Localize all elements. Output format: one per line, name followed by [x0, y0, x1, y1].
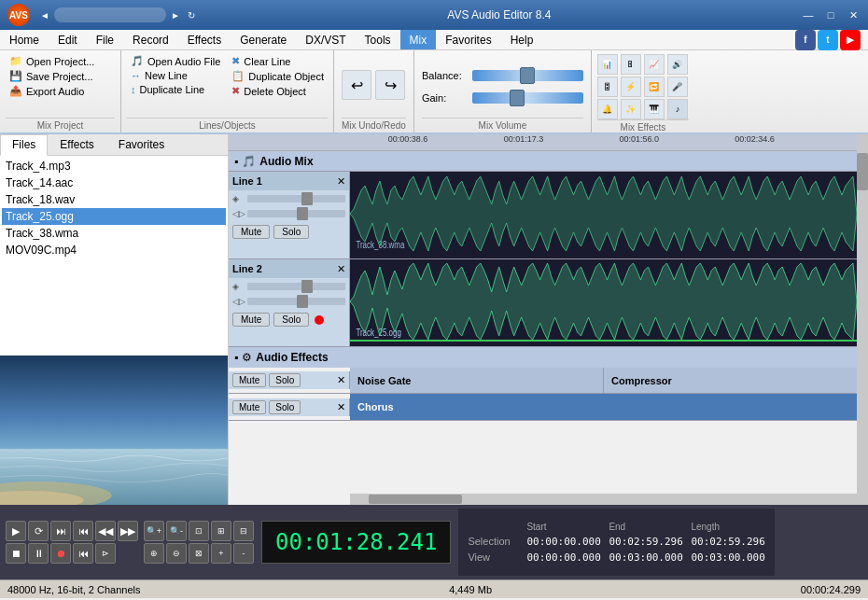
undo-btn[interactable]: ↩	[342, 70, 371, 100]
zoom-in-2-btn[interactable]: ⊕	[144, 543, 164, 564]
menu-tools[interactable]: Tools	[356, 30, 400, 49]
pause-btn[interactable]: ⏸	[28, 543, 49, 564]
stop-btn[interactable]: ⏹	[6, 543, 26, 564]
menu-help[interactable]: Help	[501, 30, 543, 49]
zoom-fit-2-btn[interactable]: ⊠	[189, 543, 209, 564]
zoom-out-v2-btn[interactable]: -	[233, 543, 254, 564]
effect-icon-5[interactable]: 🎛	[597, 77, 618, 97]
noise-gate-cell[interactable]: Noise Gate	[350, 368, 604, 393]
menu-record[interactable]: Record	[123, 30, 178, 49]
effect-icon-3[interactable]: 📈	[644, 54, 665, 75]
zoom-out-h-btn[interactable]: 🔍-	[166, 521, 187, 541]
delete-object-btn[interactable]: ✖ Delete Object	[228, 84, 328, 98]
prev-btn[interactable]: ⏮	[73, 521, 93, 541]
list-item[interactable]: Track_38.wma	[2, 225, 226, 242]
skip-start-btn[interactable]: ⏮	[73, 543, 93, 564]
maximize-btn[interactable]: □	[823, 7, 838, 22]
effect-icon-8[interactable]: 🎤	[667, 77, 688, 97]
menu-file[interactable]: File	[87, 30, 123, 49]
effect-2-close-btn[interactable]: ✕	[337, 401, 345, 413]
compressor-cell[interactable]: Compressor	[604, 368, 857, 393]
zoom-in-v-btn[interactable]: ⊞	[211, 521, 231, 541]
zoom-in-h-btn[interactable]: 🔍+	[144, 521, 164, 541]
clear-line-btn[interactable]: ✖ Clear Line	[228, 54, 328, 68]
pan-slider-2[interactable]	[247, 298, 345, 305]
effect-icon-7[interactable]: 🔁	[644, 77, 665, 97]
tab-favorites[interactable]: Favorites	[106, 134, 176, 155]
zoom-out-v-btn[interactable]: ⊟	[233, 521, 254, 541]
tab-files[interactable]: Files	[0, 134, 48, 156]
menu-edit[interactable]: Edit	[49, 30, 87, 49]
skip-end-btn[interactable]: ⏭	[50, 521, 71, 541]
v-scrollbar[interactable]	[857, 134, 868, 505]
youtube-icon[interactable]: ▶	[840, 30, 861, 50]
nav-refresh-btn[interactable]: ↻	[185, 9, 198, 21]
menu-dxvst[interactable]: DX/VST	[296, 30, 355, 49]
play-btn[interactable]: ▶	[6, 521, 26, 541]
h-scrollbar[interactable]	[350, 494, 857, 505]
track-line-1: Line 1 ✕ ◈ ◁▷	[229, 172, 857, 259]
record-btn[interactable]: ⏺	[50, 543, 71, 564]
loop-btn[interactable]: ⟳	[28, 521, 49, 541]
effect-mute-btn-1[interactable]: Mute	[232, 373, 266, 387]
rw-btn[interactable]: ◀◀	[95, 521, 116, 541]
duplicate-object-btn[interactable]: 📋 Duplicate Object	[228, 69, 328, 83]
nav-fwd-btn[interactable]: ►	[168, 9, 183, 21]
effect-icon-9[interactable]: 🔔	[597, 99, 618, 119]
effect-row-2: Mute Solo ✕ Chorus	[229, 394, 857, 420]
mute-btn-1[interactable]: Mute	[232, 225, 270, 239]
export-audio-btn[interactable]: 📤 Export Audio	[6, 84, 115, 98]
menu-favorites[interactable]: Favorites	[436, 30, 500, 49]
line-1-close-btn[interactable]: ✕	[337, 175, 345, 188]
open-audio-file-btn[interactable]: 🎵 Open Audio File	[127, 54, 224, 68]
effect-icon-12[interactable]: ♪	[667, 99, 688, 119]
menu-effects[interactable]: Effects	[178, 30, 231, 49]
mute-btn-2[interactable]: Mute	[232, 313, 270, 327]
line-2-close-btn[interactable]: ✕	[337, 263, 345, 275]
mark-in-btn[interactable]: ⊳	[95, 543, 116, 564]
effect-solo-btn-1[interactable]: Solo	[269, 373, 301, 387]
menu-mix[interactable]: Mix	[400, 30, 437, 49]
facebook-icon[interactable]: f	[795, 30, 816, 50]
duplicate-line-btn[interactable]: ↕ Duplicate Line	[127, 83, 224, 96]
list-item[interactable]: Track_14.aac	[2, 174, 226, 191]
pan-slider-1[interactable]	[247, 210, 345, 217]
menu-generate[interactable]: Generate	[231, 30, 296, 49]
zoom-in-v2-btn[interactable]: +	[211, 543, 231, 564]
menu-home[interactable]: Home	[0, 30, 49, 49]
gain-slider[interactable]	[472, 92, 583, 104]
solo-btn-2[interactable]: Solo	[273, 313, 309, 327]
list-item[interactable]: Track_25.ogg	[2, 208, 226, 225]
effect-mute-btn-2[interactable]: Mute	[232, 400, 266, 414]
balance-slider[interactable]	[472, 70, 583, 81]
zoom-out-2-btn[interactable]: ⊖	[166, 543, 187, 564]
new-line-btn[interactable]: ↔ New Line	[127, 69, 224, 82]
effect-icon-6[interactable]: ⚡	[621, 77, 641, 97]
effect-1-close-btn[interactable]: ✕	[337, 374, 345, 386]
effect-icon-10[interactable]: ✨	[621, 99, 641, 119]
solo-btn-1[interactable]: Solo	[273, 225, 309, 239]
close-btn[interactable]: ✕	[846, 7, 861, 22]
effect-icon-11[interactable]: 🎹	[644, 99, 665, 119]
volume-slider-1[interactable]	[247, 195, 345, 202]
nav-back-btn[interactable]: ◄	[37, 9, 52, 21]
collapse-effects-icon[interactable]: ▪	[234, 351, 238, 364]
list-item[interactable]: Track_18.wav	[2, 191, 226, 208]
chorus-cell[interactable]: Chorus	[350, 394, 857, 420]
zoom-fit-btn[interactable]: ⊡	[189, 521, 209, 541]
save-project-btn[interactable]: 💾 Save Project...	[6, 69, 115, 83]
redo-btn[interactable]: ↪	[375, 70, 405, 100]
list-item[interactable]: Track_4.mp3	[2, 158, 226, 174]
list-item[interactable]: MOV09C.mp4	[2, 242, 226, 258]
twitter-icon[interactable]: t	[818, 30, 838, 50]
ff-btn[interactable]: ▶▶	[118, 521, 138, 541]
effect-solo-btn-2[interactable]: Solo	[269, 400, 301, 414]
effect-icon-2[interactable]: 🎚	[621, 54, 641, 75]
collapse-mix-icon[interactable]: ▪	[234, 155, 238, 168]
minimize-btn[interactable]: —	[801, 7, 816, 22]
volume-slider-2[interactable]	[247, 283, 345, 290]
effect-icon-1[interactable]: 📊	[597, 54, 618, 75]
open-project-btn[interactable]: 📁 Open Project...	[6, 54, 115, 68]
effect-icon-4[interactable]: 🔊	[667, 54, 688, 75]
tab-effects[interactable]: Effects	[48, 134, 105, 155]
